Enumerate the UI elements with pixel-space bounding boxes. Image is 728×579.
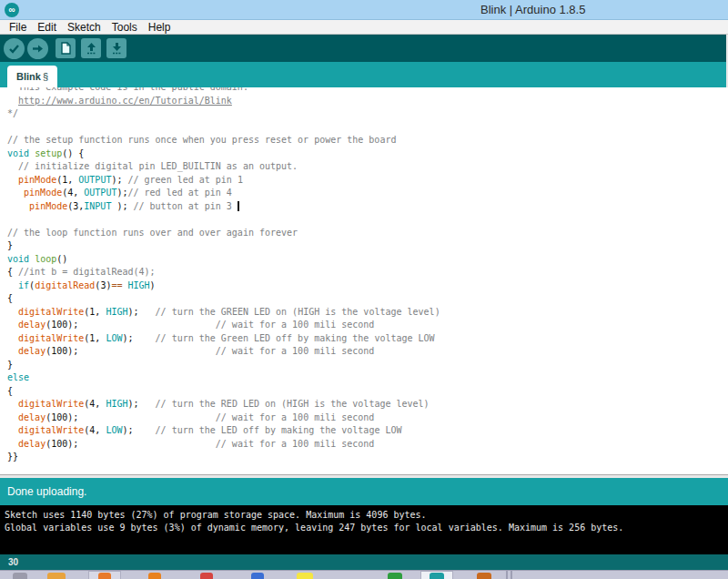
code-token: delay: [18, 412, 46, 422]
code-line: }: [7, 239, 440, 253]
code-line: {: [7, 385, 440, 399]
tab-bar: Blink §: [0, 62, 728, 87]
code-token: pinMode: [18, 175, 56, 185]
code-token: );: [127, 399, 155, 409]
code-token: // the loop function runs over and over …: [7, 228, 298, 238]
console-line: Sketch uses 1140 bytes (27%) of program …: [5, 509, 728, 522]
code-line: // the loop function runs over and over …: [7, 227, 440, 240]
taskbar-app-icon[interactable]: [251, 573, 264, 579]
code-line: pinMode(3,INPUT ); // button at pin 3: [7, 200, 440, 214]
menu-file[interactable]: File: [4, 21, 32, 34]
code-token: );: [122, 425, 155, 435]
menu-sketch[interactable]: Sketch: [62, 21, 106, 34]
code-token: // turn the LED off by making the voltag…: [156, 425, 402, 435]
code-token: {: [7, 386, 13, 396]
code-token: This example code is in the public domai…: [7, 87, 248, 92]
code-token: void: [7, 148, 29, 158]
code-line: {: [7, 292, 440, 306]
arrow-right-icon: [32, 43, 44, 55]
code-token: [7, 201, 29, 211]
code-token: //int b = digitalRead(4);: [18, 267, 156, 277]
code-line: */: [7, 107, 440, 121]
code-line: digitalWrite(4, HIGH); // turn the RED L…: [7, 398, 440, 411]
code-token: void: [7, 254, 29, 264]
arduino-ide-window: ∞ Blink | Arduino 1.8.5 File Edit Sketch…: [0, 0, 728, 579]
status-message: Done uploading.: [7, 485, 86, 498]
code-token: delay: [18, 439, 46, 449]
code-token: (1,: [84, 333, 106, 343]
upload-button[interactable]: [27, 38, 48, 59]
taskbar-separator: [511, 571, 512, 579]
code-token: // wait for a 100 mili second: [216, 346, 375, 356]
code-line: // the setup function runs once when you…: [7, 134, 440, 147]
tab-blink[interactable]: Blink §: [7, 66, 57, 87]
code-token: digitalWrite: [18, 399, 84, 409]
code-token: (4,: [84, 399, 106, 409]
taskbar-app-icon[interactable]: [47, 573, 66, 579]
code-token: [7, 188, 24, 198]
code-token: // turn the GREEN LED on (HIGH is the vo…: [156, 307, 440, 317]
code-token: pinMode: [24, 188, 62, 198]
cursor-line-number: 30: [8, 557, 18, 567]
code-token: */: [7, 108, 18, 118]
menu-help[interactable]: Help: [143, 21, 177, 34]
code-token: [7, 439, 18, 449]
text-cursor: [238, 201, 239, 211]
code-token: [7, 412, 18, 422]
code-line: }: [7, 359, 440, 372]
taskbar-app-icon[interactable]: [148, 573, 161, 579]
code-token: // turn the Green LED off by making the …: [156, 333, 435, 343]
arduino-logo-icon: ∞: [5, 3, 19, 17]
code-token: pinMode: [29, 201, 67, 211]
code-line: delay(100); // wait for a 100 mili secon…: [7, 319, 440, 332]
tab-modified-marker: §: [43, 71, 48, 82]
code-token: // initialize digital pin LED_BUILTIN as…: [18, 161, 298, 171]
code-token: HIGH: [106, 307, 127, 317]
toolbar: [0, 35, 728, 62]
code-line: [7, 121, 440, 135]
verify-button[interactable]: [4, 38, 25, 59]
code-token: (100);: [46, 320, 216, 330]
code-token: OUTPUT: [84, 188, 116, 198]
save-button[interactable]: [106, 38, 126, 58]
code-token: delay: [18, 320, 46, 330]
taskbar-separator: [506, 571, 508, 579]
menu-bar: File Edit Sketch Tools Help: [0, 20, 728, 35]
code-token: (100);: [46, 346, 216, 356]
taskbar-app-icon[interactable]: [13, 573, 27, 579]
code-token: if: [18, 280, 29, 290]
code-token: INPUT: [84, 201, 111, 211]
code-token: [7, 280, 18, 290]
code-token: );: [116, 188, 127, 198]
code-token: digitalRead: [35, 280, 95, 290]
code-line: // initialize digital pin LED_BUILTIN as…: [7, 160, 440, 174]
window-title: Blink | Arduino 1.8.5: [480, 3, 585, 16]
console-output[interactable]: Sketch uses 1140 bytes (27%) of program …: [0, 505, 728, 554]
new-button[interactable]: [56, 38, 76, 58]
taskbar-app-icon[interactable]: [388, 573, 402, 579]
taskbar-app-icon[interactable]: [477, 573, 491, 579]
taskbar-app-icon[interactable]: [297, 573, 313, 579]
code-token: // turn the RED LED on (HIGH is the volt…: [156, 399, 430, 409]
status-bar: Done uploading.: [0, 478, 728, 505]
code-token: // button at pin 3: [134, 201, 232, 211]
code-token: [7, 161, 18, 171]
code-token: (): [56, 254, 67, 264]
windows-taskbar: [0, 570, 728, 579]
code-token: (3): [95, 280, 111, 290]
code-token: [7, 96, 18, 106]
menu-tools[interactable]: Tools: [106, 21, 143, 34]
taskbar-app-icon[interactable]: [98, 573, 111, 579]
code-token: {: [7, 293, 13, 303]
code-token: );: [127, 307, 155, 317]
code-line: digitalWrite(4, LOW); // turn the LED of…: [7, 424, 440, 438]
tab-label: Blink: [16, 71, 41, 82]
code-token: (1,: [84, 307, 106, 317]
code-token: LOW: [106, 333, 122, 343]
taskbar-app-icon[interactable]: [430, 573, 444, 579]
open-button[interactable]: [81, 38, 101, 58]
code-token: OUTPUT: [78, 175, 111, 185]
menu-edit[interactable]: Edit: [32, 21, 62, 34]
code-editor[interactable]: This example code is in the public domai…: [0, 87, 728, 474]
taskbar-app-icon[interactable]: [200, 573, 213, 579]
